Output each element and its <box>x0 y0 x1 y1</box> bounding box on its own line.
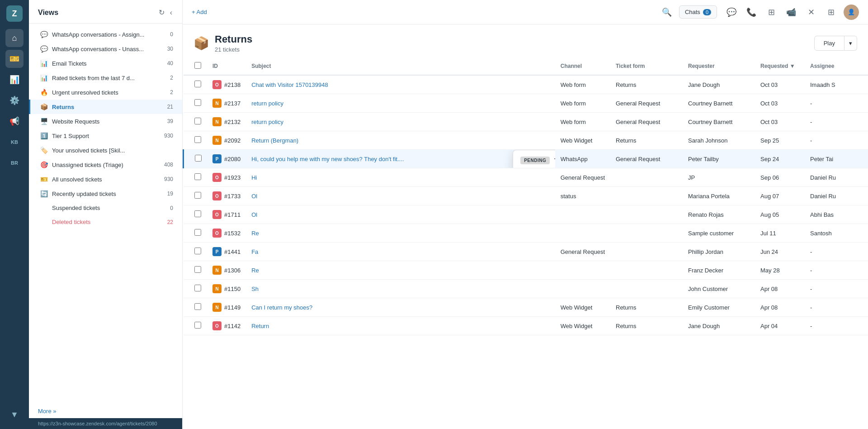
sidebar-item-urgent-unresolved[interactable]: 🔥 Urgent unresolved tickets 2 <box>29 85 182 100</box>
nav-icon-rated-tickets: 📊 <box>39 74 48 81</box>
ticket-subject: Hi <box>251 174 257 181</box>
table-row[interactable]: O #1532 Re Sample customer Jul 11 Santos… <box>184 224 868 243</box>
play-dropdown-button[interactable]: ▾ <box>844 36 857 51</box>
status-icon: O <box>212 80 222 89</box>
sidebar-item-returns[interactable]: 📦 Returns 21 <box>29 100 182 114</box>
ticket-channel <box>555 261 610 280</box>
row-checkbox[interactable] <box>194 248 201 254</box>
table-row[interactable]: N #2092 Return (Bergman) Web Widget Retu… <box>184 131 868 150</box>
col-form: Ticket form <box>610 57 683 75</box>
status-icon: N <box>212 117 222 126</box>
sidebar-item-suspended[interactable]: Suspended tickets 0 <box>29 201 182 215</box>
status-icon: N <box>212 136 222 145</box>
row-checkbox[interactable] <box>194 322 201 329</box>
row-checkbox[interactable] <box>194 192 201 199</box>
table-row[interactable]: P #1441 Fa General Request Phillip Jorda… <box>184 243 868 261</box>
table-row[interactable]: N #1149 Can I return my shoes? Web Widge… <box>184 298 868 317</box>
status-icon: O <box>212 229 222 238</box>
row-checkbox[interactable] <box>194 99 201 106</box>
ticket-header-left: 📦 Returns 21 tickets <box>193 33 252 53</box>
status-icon: P <box>212 154 222 163</box>
close-icon[interactable]: ✕ <box>804 5 818 19</box>
table-row[interactable]: N #1306 Re Franz Decker May 28 - <box>184 261 868 280</box>
ticket-form: Returns <box>610 298 683 317</box>
icon-rail: Z ⌂ 🎫 📊 ⚙️ 📢 KB BR ▼ <box>0 0 29 429</box>
sidebar-item-unsolved-skill[interactable]: 🏷️ Your unsolved tickets [Skil... <box>29 143 182 157</box>
ticket-requester: Phillip Jordan <box>683 243 755 261</box>
tickets-icon[interactable]: 🎫 <box>5 50 24 68</box>
table-row[interactable]: N #2137 return policy Web form General R… <box>184 94 868 113</box>
more-link[interactable]: More » <box>29 404 182 418</box>
sidebar-item-deleted[interactable]: Deleted tickets 22 <box>29 215 182 229</box>
table-row[interactable]: O #1142 Return Web Widget Returns Jane D… <box>184 317 868 335</box>
nav-label-website-requests: Website Requests <box>52 118 164 125</box>
sidebar-item-website-requests[interactable]: 🖥️ Website Requests 39 <box>29 114 182 129</box>
ticket-requester: Sarah Johnson <box>683 131 755 150</box>
row-checkbox[interactable] <box>194 173 201 180</box>
sidebar-item-tier1-support[interactable]: 1️⃣ Tier 1 Support 930 <box>29 129 182 143</box>
nav-icon-email-tickets: 📊 <box>39 60 48 67</box>
app-logo[interactable]: Z <box>6 5 23 22</box>
nav-label-whatsapp-assigned: WhatsApp conversations - Assign... <box>52 31 166 38</box>
row-checkbox[interactable] <box>195 155 202 162</box>
phone-icon[interactable]: 📞 <box>744 5 759 19</box>
reports-icon[interactable]: 📊 <box>5 71 24 89</box>
nav-icon-unassigned-triage: 🎯 <box>39 161 48 168</box>
ticket-id: #1923 <box>224 174 241 181</box>
ticket-id: #1733 <box>224 193 241 200</box>
campaign-icon[interactable]: 📢 <box>5 112 24 130</box>
table-row[interactable]: O #1923 Hi General Request JP Sep 06 Dan… <box>184 168 868 187</box>
table-row[interactable]: N #2132 return policy Web form General R… <box>184 113 868 131</box>
sidebar-item-recently-updated[interactable]: 🔄 Recently updated tickets 19 <box>29 186 182 201</box>
table-row[interactable]: N #1150 Sh John Customer Apr 08 - <box>184 280 868 298</box>
brand-icon[interactable]: BR <box>5 154 24 172</box>
chats-button[interactable]: Chats 0 <box>679 5 717 19</box>
down-icon[interactable]: ▼ <box>5 405 24 424</box>
ticket-subject: Can I return my shoes? <box>251 304 312 311</box>
home-icon[interactable]: ⌂ <box>5 29 24 47</box>
video-icon[interactable]: 📹 <box>784 5 798 19</box>
ticket-requester: Courtney Barnett <box>683 113 755 131</box>
ticket-id: #1306 <box>224 267 241 274</box>
ticket-requester: Jane Dough <box>683 317 755 335</box>
select-all-checkbox[interactable] <box>194 62 201 69</box>
ticket-channel <box>555 224 610 243</box>
add-button[interactable]: + Add <box>192 9 207 15</box>
table-row[interactable]: P #2080 Hi, could you help me with my ne… <box>184 150 868 168</box>
settings-icon[interactable]: ⚙️ <box>5 91 24 110</box>
row-checkbox[interactable] <box>194 303 201 310</box>
row-checkbox[interactable] <box>194 210 201 217</box>
collapse-icon[interactable]: ‹ <box>169 8 173 18</box>
ticket-assignee: - <box>805 113 868 131</box>
sidebar-item-all-unsolved[interactable]: 🎫 All unsolved tickets 930 <box>29 172 182 186</box>
table-row[interactable]: O #1733 Ol status Mariana Portela Aug 07… <box>184 187 868 205</box>
status-icon: N <box>212 303 222 312</box>
grid-icon[interactable]: ⊞ <box>764 5 778 19</box>
sidebar-item-whatsapp-assigned[interactable]: 💬 WhatsApp conversations - Assign... 0 <box>29 27 182 42</box>
row-checkbox[interactable] <box>194 285 201 291</box>
sidebar-item-email-tickets[interactable]: 📊 Email Tickets 40 <box>29 56 182 71</box>
apps-icon[interactable]: ⊞ <box>824 5 838 19</box>
sidebar-item-rated-tickets[interactable]: 📊 Rated tickets from the last 7 d... 2 <box>29 71 182 85</box>
play-button[interactable]: Play <box>814 36 844 51</box>
row-checkbox[interactable] <box>194 229 201 236</box>
ticket-form: Returns <box>610 131 683 150</box>
sidebar-item-unassigned-triage[interactable]: 🎯 Unassigned tickets (Triage) 408 <box>29 157 182 172</box>
row-checkbox[interactable] <box>194 118 201 124</box>
refresh-icon[interactable]: ↻ <box>158 7 165 18</box>
ticket-subject: return policy <box>251 119 283 125</box>
sidebar-item-whatsapp-unassigned[interactable]: 💬 WhatsApp conversations - Unass... 30 <box>29 42 182 56</box>
row-checkbox[interactable] <box>194 81 201 87</box>
chat-icon[interactable]: 💬 <box>724 5 739 19</box>
ticket-id: #2132 <box>224 119 241 125</box>
row-checkbox[interactable] <box>194 266 201 273</box>
table-row[interactable]: O #1711 Ol Renato Rojas Aug 05 Abhi Bas <box>184 205 868 224</box>
user-avatar[interactable]: 👤 <box>844 5 859 20</box>
ticket-assignee: Daniel Ru <box>805 187 868 205</box>
kb-icon[interactable]: KB <box>5 133 24 151</box>
search-icon[interactable]: 🔍 <box>662 7 672 17</box>
ticket-requested: Oct 03 <box>755 113 805 131</box>
row-checkbox[interactable] <box>194 136 201 143</box>
ticket-preview-popup: PENDING Ticket #2080 Hi, could you help … <box>513 150 555 168</box>
table-row[interactable]: O #2138 Chat with Visitor 1570139948 Web… <box>184 75 868 94</box>
